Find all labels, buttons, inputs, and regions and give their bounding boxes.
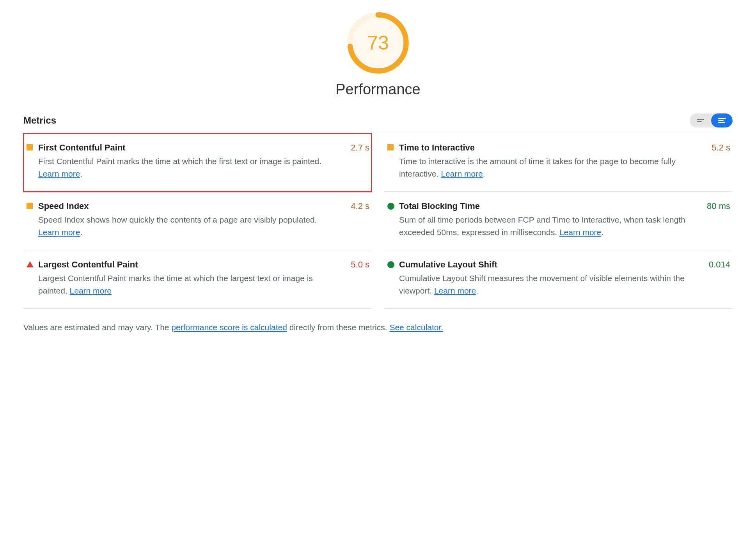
- metric-value: 5.0 s: [341, 260, 372, 297]
- metric-value: 2.7 s: [341, 143, 372, 180]
- metric-description: Sum of all time periods between FCP and …: [399, 214, 697, 238]
- metric-description: First Contentful Paint marks the time at…: [38, 155, 336, 180]
- learn-more-link[interactable]: Learn more: [441, 169, 483, 178]
- metric-cls: Cumulative Layout ShiftCumulative Layout…: [384, 250, 733, 309]
- metric-title: First Contentful Paint: [38, 143, 336, 153]
- square-icon: [384, 143, 399, 180]
- metric-si: Speed IndexSpeed Index shows how quickly…: [23, 192, 372, 250]
- learn-more-link[interactable]: Learn more: [38, 228, 80, 237]
- list-icon: [697, 119, 704, 122]
- metric-body: Largest Contentful PaintLargest Contentf…: [38, 260, 341, 297]
- metrics-header: Metrics: [23, 113, 733, 133]
- performance-gauge-section: 73 Performance: [23, 12, 733, 98]
- view-toggle: [690, 113, 733, 127]
- circle-icon: [384, 201, 399, 238]
- metric-desc-text: Sum of all time periods between FCP and …: [399, 215, 685, 237]
- triangle-icon: [23, 260, 38, 297]
- metric-value: 5.2 s: [701, 143, 733, 180]
- metric-description: Largest Contentful Paint marks the time …: [38, 272, 336, 297]
- metrics-title: Metrics: [23, 115, 56, 126]
- metric-description: Time to interactive is the amount of tim…: [399, 155, 697, 180]
- metric-body: Cumulative Layout ShiftCumulative Layout…: [399, 260, 701, 297]
- view-toggle-expanded[interactable]: [711, 113, 733, 127]
- performance-score-link[interactable]: performance score is calculated: [171, 323, 287, 332]
- metric-description: Cumulative Layout Shift measures the mov…: [399, 272, 697, 297]
- metric-body: Speed IndexSpeed Index shows how quickly…: [38, 201, 341, 238]
- metric-title: Speed Index: [38, 201, 336, 211]
- footer-text: Values are estimated and may vary. The: [23, 323, 171, 332]
- metric-desc-text: .: [483, 169, 485, 178]
- learn-more-link[interactable]: Learn more: [70, 286, 112, 295]
- square-icon: [23, 201, 38, 238]
- metric-desc-text: .: [80, 169, 82, 178]
- metrics-grid: First Contentful PaintFirst Contentful P…: [23, 133, 733, 309]
- metrics-footer: Values are estimated and may vary. The p…: [23, 323, 733, 332]
- metric-title: Cumulative Layout Shift: [399, 260, 697, 270]
- learn-more-link[interactable]: Learn more: [434, 286, 476, 295]
- metric-body: Time to InteractiveTime to interactive i…: [399, 143, 701, 180]
- metric-desc-text: .: [601, 228, 603, 237]
- metric-body: Total Blocking TimeSum of all time perio…: [399, 201, 701, 238]
- learn-more-link[interactable]: Learn more: [38, 169, 80, 178]
- score-value: 73: [347, 12, 409, 74]
- metric-desc-text: .: [80, 228, 82, 237]
- metric-body: First Contentful PaintFirst Contentful P…: [38, 143, 341, 180]
- gauge-title: Performance: [335, 81, 421, 98]
- metric-desc-text: First Contentful Paint marks the time at…: [38, 157, 321, 166]
- view-toggle-collapsed[interactable]: [690, 113, 711, 127]
- metric-tti: Time to InteractiveTime to interactive i…: [384, 133, 733, 192]
- metric-desc-text: Speed Index shows how quickly the conten…: [38, 215, 317, 224]
- metric-title: Total Blocking Time: [399, 201, 697, 211]
- metric-title: Largest Contentful Paint: [38, 260, 336, 270]
- metric-title: Time to Interactive: [399, 143, 697, 153]
- metric-desc-text: .: [476, 286, 478, 295]
- metric-value: 0.014: [701, 260, 733, 297]
- list-icon: [718, 118, 726, 123]
- see-calculator-link[interactable]: See calculator.: [389, 323, 443, 332]
- metric-fcp: First Contentful PaintFirst Contentful P…: [23, 133, 372, 192]
- metric-description: Speed Index shows how quickly the conten…: [38, 214, 336, 238]
- metric-value: 4.2 s: [341, 201, 372, 238]
- circle-icon: [384, 260, 399, 297]
- metric-value: 80 ms: [701, 201, 733, 238]
- footer-text: directly from these metrics.: [287, 323, 390, 332]
- metric-lcp: Largest Contentful PaintLargest Contentf…: [23, 250, 372, 309]
- score-gauge: 73: [347, 12, 409, 74]
- learn-more-link[interactable]: Learn more: [559, 228, 601, 237]
- metric-tbt: Total Blocking TimeSum of all time perio…: [384, 192, 733, 250]
- square-icon: [23, 143, 38, 180]
